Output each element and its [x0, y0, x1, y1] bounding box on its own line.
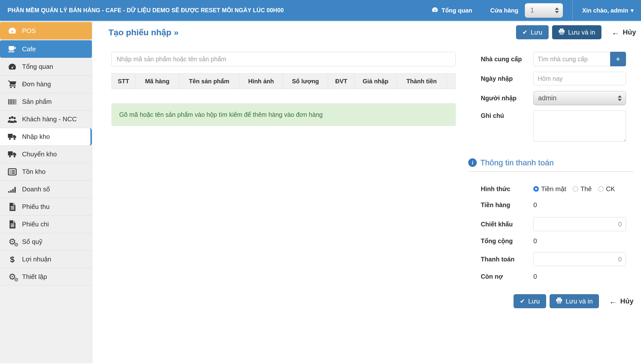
- top-navbar: PHẦN MỀM QUẢN LÝ BÁN HÀNG - CAFE - DỮ LI…: [0, 0, 641, 21]
- help-message: Gõ mã hoặc tên sản phẩm vào hộp tìm kiếm…: [111, 103, 456, 126]
- navbar-divider: [572, 0, 573, 21]
- cancel-link-bottom[interactable]: ← Hủy: [609, 297, 633, 305]
- arrow-left-icon: ←: [611, 28, 619, 36]
- arrow-left-icon: ←: [609, 297, 617, 305]
- users-icon: [7, 115, 18, 123]
- radio-transfer[interactable]: CK: [598, 185, 615, 193]
- sidebar-item-label: Phiếu thu: [22, 203, 50, 211]
- product-search-input[interactable]: [111, 52, 456, 66]
- sidebar-item-chuyen-kho[interactable]: Chuyển kho: [0, 146, 92, 163]
- radio-selected-icon: [533, 186, 539, 192]
- check-icon: ✔: [520, 298, 525, 304]
- sidebar-item-label: Thiết lập: [22, 273, 47, 281]
- supplier-label: Nhà cung cấp: [468, 56, 533, 63]
- select-arrows-icon: [555, 8, 559, 13]
- main-content: Tạo phiếu nhập» ✔ Lưu Lưu và in ← Hủy: [92, 22, 641, 363]
- sidebar-item-don-hang[interactable]: Đơn hàng: [0, 76, 92, 93]
- app-title: PHẦN MỀM QUẢN LÝ BÁN HÀNG - CAFE - DỮ LI…: [8, 7, 431, 14]
- column-header-empty: [446, 74, 455, 89]
- user-greeting: Xin chào, admin: [582, 7, 628, 14]
- debt-label: Còn nợ: [468, 273, 533, 280]
- sidebar-item-san-pham[interactable]: Sản phẩm: [0, 93, 92, 111]
- user-menu[interactable]: Xin chào, admin ▾: [582, 7, 633, 14]
- info-icon: i: [468, 158, 477, 167]
- sidebar-item-label: Tổng quan: [22, 63, 53, 71]
- date-label: Ngày nhập: [468, 75, 533, 82]
- sidebar-item-tong-quan[interactable]: Tổng quan: [0, 58, 92, 76]
- store-label: Cửa hàng: [490, 7, 518, 14]
- select-arrows-icon: [618, 95, 622, 101]
- title-expand-link[interactable]: »: [174, 28, 179, 37]
- radio-unselected-icon: [573, 186, 578, 192]
- note-textarea[interactable]: [533, 111, 626, 142]
- user-row: Người nhập admin: [468, 91, 633, 105]
- list-icon: [7, 168, 18, 176]
- nav-overview-link[interactable]: Tổng quan: [431, 6, 472, 15]
- save-and-print-button-bottom[interactable]: Lưu và in: [550, 294, 599, 308]
- radio-card[interactable]: Thẻ: [573, 185, 592, 193]
- sidebar-item-label: Khách hàng - NCC: [22, 115, 77, 123]
- subtotal-label: Tiền hàng: [468, 201, 533, 209]
- sidebar-item-nhap-kho[interactable]: Nhập kho: [0, 128, 92, 146]
- user-select[interactable]: admin: [533, 91, 626, 105]
- navbar-right: Tổng quan Cửa hàng 1 Xin chào, admin ▾: [431, 0, 633, 21]
- supplier-search-input[interactable]: [533, 52, 610, 66]
- date-row: Ngày nhập: [468, 72, 633, 85]
- check-icon: ✔: [522, 29, 527, 35]
- tachometer-icon: [7, 62, 18, 71]
- sidebar-item-so-quy[interactable]: ⚙⚙ Sổ quỹ: [0, 233, 92, 251]
- note-row: Ghi chú: [468, 111, 633, 142]
- nav-overview-label: Tổng quan: [441, 7, 472, 14]
- sidebar-item-khach-hang-ncc[interactable]: Khách hàng - NCC: [0, 111, 92, 128]
- sidebar-item-pos[interactable]: POS: [0, 22, 92, 40]
- total-label: Tổng cộng: [468, 237, 533, 245]
- sidebar-item-label: Nhập kho: [22, 133, 50, 141]
- table-header-row: STT Mã hàng Tên sản phẩm Hình ảnh Số lượ…: [112, 74, 456, 89]
- import-date-input[interactable]: [533, 72, 626, 85]
- cancel-link[interactable]: ← Hủy: [611, 28, 636, 36]
- coffee-cup-icon: [7, 45, 18, 53]
- note-label: Ghi chú: [468, 111, 533, 119]
- file-text-icon: [7, 202, 18, 211]
- sidebar-item-ton-kho[interactable]: Tồn kho: [0, 163, 92, 181]
- sidebar-item-loi-nhuan[interactable]: $ Lợi nhuận: [0, 251, 92, 268]
- user-label: Người nhập: [468, 95, 533, 102]
- add-supplier-button[interactable]: +: [610, 52, 626, 66]
- sidebar-item-thiet-lap[interactable]: ⚙⚙ Thiết lập: [0, 268, 92, 286]
- plus-icon: +: [616, 55, 620, 64]
- sidebar-item-label: Lợi nhuận: [22, 255, 51, 263]
- truck-icon: [7, 133, 18, 141]
- radio-cash[interactable]: Tiền mặt: [533, 185, 566, 193]
- sidebar-item-label: Sản phẩm: [22, 98, 52, 106]
- paid-input[interactable]: [533, 252, 626, 266]
- discount-row: Chiết khấu: [468, 217, 633, 231]
- subtotal-row: Tiền hàng 0: [468, 201, 633, 209]
- subtotal-value: 0: [533, 201, 537, 209]
- shopping-cart-icon: [7, 80, 18, 89]
- save-button[interactable]: ✔ Lưu: [516, 25, 548, 39]
- supplier-row: Nhà cung cấp +: [468, 52, 633, 66]
- user-select-value: admin: [538, 94, 557, 102]
- sidebar-item-phieu-chi[interactable]: Phiếu chi: [0, 216, 92, 233]
- file-text-icon: [7, 220, 18, 229]
- sidebar-item-doanh-so[interactable]: Doanh số: [0, 181, 92, 198]
- sidebar-item-phieu-thu[interactable]: Phiếu thu: [0, 198, 92, 216]
- discount-input[interactable]: [533, 217, 626, 231]
- caret-down-icon: ▾: [631, 8, 633, 13]
- column-header-ten-san-pham: Tên sản phẩm: [179, 74, 239, 89]
- store-select[interactable]: 1: [525, 3, 563, 18]
- total-row: Tổng cộng 0: [468, 237, 633, 245]
- sidebar-item-label: Tồn kho: [22, 168, 46, 176]
- column-header-stt: STT: [112, 74, 135, 89]
- save-button-bottom[interactable]: ✔ Lưu: [514, 294, 546, 308]
- tachometer-icon: [7, 26, 18, 35]
- sidebar-menu: POS Cafe Tổng quan Đơn hàng Sản phẩm: [0, 22, 92, 363]
- printer-icon: [558, 29, 565, 36]
- order-items-table: STT Mã hàng Tên sản phẩm Hình ảnh Số lượ…: [111, 73, 456, 89]
- sidebar-item-cafe[interactable]: Cafe: [0, 40, 92, 58]
- save-and-print-button[interactable]: Lưu và in: [552, 25, 601, 39]
- barcode-icon: [7, 98, 18, 106]
- bottom-actions: ✔ Lưu Lưu và in ← Hủy: [468, 294, 633, 308]
- radio-unselected-icon: [598, 186, 604, 192]
- paid-row: Thanh toán: [468, 252, 633, 266]
